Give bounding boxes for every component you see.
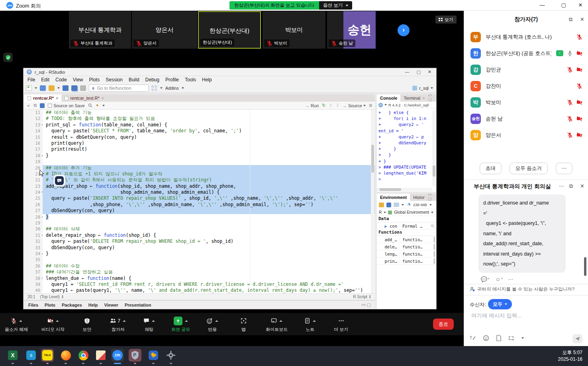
console-hscrollbar[interactable] — [377, 188, 432, 191]
hwp-paint-icon[interactable] — [94, 349, 107, 362]
close-button[interactable]: ✕ — [574, 0, 587, 10]
outline-icon[interactable]: ≣ — [369, 103, 372, 108]
menu-item-help[interactable]: Help — [202, 77, 212, 83]
code-line[interactable]: 12# TODO: 향후에 출력 형태를 조정할 필요가 있음 — [24, 116, 375, 122]
chevron-down-icon[interactable] — [384, 212, 386, 213]
start-video-button[interactable]: 비디오 시작 — [41, 316, 65, 333]
code-line[interactable]: 13▾print_sql ← function(table_name, col_… — [24, 122, 375, 128]
files-pane-tab-help[interactable]: Help — [88, 303, 98, 307]
code-line[interactable]: 11## 데이터 출력 기능 — [24, 110, 375, 116]
rstudio-maximize-button[interactable]: ▢ — [416, 69, 420, 75]
new-project-icon[interactable] — [40, 85, 46, 91]
pane-window-icons[interactable]: ▭ ▢ — [428, 192, 436, 201]
run-button[interactable]: →Run — [305, 103, 319, 108]
chevron-down-icon[interactable] — [402, 204, 404, 206]
files-pane-tab-packages[interactable]: Packages — [62, 303, 82, 307]
p-shield-icon[interactable]: P — [129, 349, 141, 362]
files-pane-tab-presentation[interactable]: Presentation — [125, 303, 151, 307]
code-line[interactable]: 25 query ← paste('INSERT INTO repair_sho… — [24, 195, 375, 201]
save-icon[interactable] — [63, 85, 69, 91]
settings-gear-icon[interactable] — [165, 349, 177, 362]
menu-item-session[interactable]: Session — [106, 77, 123, 83]
code-line[interactable]: 16 print(query) — [24, 140, 375, 146]
source-on-save-checkbox[interactable]: Source on Save — [48, 103, 84, 108]
menu-item-tools[interactable]: Tools — [185, 77, 196, 83]
menu-item-plots[interactable]: Plots — [89, 77, 100, 83]
chevron-up-icon[interactable] — [313, 320, 316, 322]
participant-row[interactable]: 박박보미 — [464, 94, 588, 110]
video-tile-2[interactable]: 양은서양은서 — [132, 11, 197, 49]
menu-item-build[interactable]: Build — [129, 77, 139, 83]
message-more-icon[interactable]: ⋯ — [508, 276, 513, 282]
menu-item-debug[interactable]: Debug — [145, 77, 159, 83]
screenshot-icon[interactable] — [508, 335, 515, 341]
chevron-down-icon[interactable] — [431, 212, 433, 213]
chevron-up-icon[interactable] — [215, 320, 218, 322]
floating-chat-badge[interactable] — [53, 175, 65, 187]
apps-button[interactable]: 앱 — [235, 316, 252, 333]
chevron-up-icon[interactable] — [152, 320, 155, 322]
minimize-button[interactable]: — — [535, 0, 549, 10]
whiteboard-button[interactable]: 화이트보드 — [266, 316, 288, 333]
environment-object-row[interactable]: dele…functio… — [377, 243, 436, 250]
participant-row[interactable]: 한한상곤(부산대) (공동 호스트)↑ — [464, 45, 588, 61]
save-all-icon[interactable] — [71, 85, 77, 91]
view-options-button[interactable]: 옵션 보기 — [319, 1, 352, 10]
security-button[interactable]: 보안 — [78, 316, 96, 333]
excel-icon[interactable]: X — [6, 349, 19, 362]
code-line[interactable]: 30## 데이터 삭제 — [24, 226, 375, 232]
console-output[interactable]: + } else {+ for( i in 1:n+ query2 ← 'ent… — [377, 108, 436, 183]
chevron-up-icon[interactable] — [19, 320, 22, 322]
addins-label[interactable]: Addins — [165, 86, 179, 91]
down-icon[interactable]: ⇩ — [336, 103, 339, 108]
scope-indicator[interactable]: (Top Level) ⇕ — [40, 295, 64, 299]
memory-usage[interactable]: 238 MiB — [413, 203, 427, 207]
magic-wand-icon[interactable]: ✦ — [96, 103, 99, 108]
code-line[interactable]: 34▴} — [24, 251, 375, 257]
code-line[interactable]: 23add_repair_shop ← function(shop_id, sh… — [24, 183, 375, 189]
video-tile-5[interactable]: 송헌송헌 남 — [327, 11, 376, 49]
files-pane-tab-viewer[interactable]: Viewer — [104, 303, 118, 307]
next-participants-button[interactable]: › — [398, 24, 410, 36]
code-line[interactable]: 31▾delete_repair_shop ← function(shop_id… — [24, 232, 375, 238]
mute-all-button[interactable]: 모두 음소거 — [510, 163, 548, 174]
code-line[interactable]: 20## 데이터 추가 기능 — [24, 165, 375, 171]
file-icon[interactable] — [496, 335, 502, 341]
source-tab[interactable]: rentcar_test.R*× — [61, 94, 107, 102]
pane-window-icons[interactable]: ▭ ▢ — [361, 302, 371, 307]
add-reaction-icon[interactable]: ☺⁺ — [495, 276, 503, 282]
code-line[interactable]: 14 query ← paste('SELECT * FROM', table_… — [24, 128, 375, 134]
blue-tool-icon[interactable]: ± — [25, 349, 37, 362]
new-file-icon[interactable]: + — [26, 85, 32, 91]
zoom-taskbar-icon[interactable]: zm — [111, 349, 124, 362]
code-line[interactable]: 37### 대여기간을 연장하고 싶음 — [24, 269, 375, 275]
participant-row[interactable]: 강강민균 — [464, 61, 588, 78]
code-line[interactable]: 15 result ← dbGetQuery(con, query) — [24, 134, 375, 140]
code-line[interactable]: 18▴} — [24, 153, 375, 159]
open-file-icon[interactable] — [49, 85, 55, 91]
reactions-button[interactable]: 반응 — [204, 316, 221, 333]
environment-object-row[interactable]: leng…functio… — [377, 250, 436, 258]
chevron-up-icon[interactable] — [56, 320, 59, 322]
emoji-icon[interactable] — [483, 335, 489, 341]
code-line[interactable]: 29 — [24, 220, 375, 226]
pane-window-icons[interactable]: ▭ ▢ — [428, 93, 436, 102]
chrome-icon[interactable] — [77, 349, 90, 362]
code-line[interactable]: 17 print(result) — [24, 146, 375, 152]
code-editor[interactable]: 11## 데이터 출력 기능12# TODO: 향후에 출력 형태를 조정할 필… — [24, 110, 375, 293]
up-icon[interactable]: ⇧ — [329, 103, 332, 108]
firefox-icon[interactable] — [59, 349, 72, 362]
chevron-up-icon[interactable] — [185, 320, 188, 322]
code-line[interactable]: 33 dbSendQuery(con, query) — [24, 245, 375, 251]
code-line[interactable]: 26 ,shop_phone, '\',\'' ,shop_admin_name… — [24, 202, 375, 208]
invite-button[interactable]: 초대 — [480, 163, 502, 174]
code-line[interactable]: 38▾lengthen_due ← function(name) { — [24, 275, 375, 281]
close-tab-icon[interactable]: × — [56, 96, 58, 100]
code-line[interactable]: 40 query1 ← paste(query1, '\'', name, '\… — [24, 287, 375, 293]
console-vscrollbar[interactable] — [432, 110, 436, 186]
participants-button[interactable]: 7참가자 — [109, 316, 127, 333]
send-button[interactable] — [572, 334, 582, 343]
search-icon[interactable] — [88, 103, 92, 108]
code-line[interactable]: 22# ',', \' 와 같이 R에서 사용되는 문자열 처리 방법이 필수적… — [24, 177, 375, 183]
source-button[interactable]: →Source — [343, 103, 366, 108]
